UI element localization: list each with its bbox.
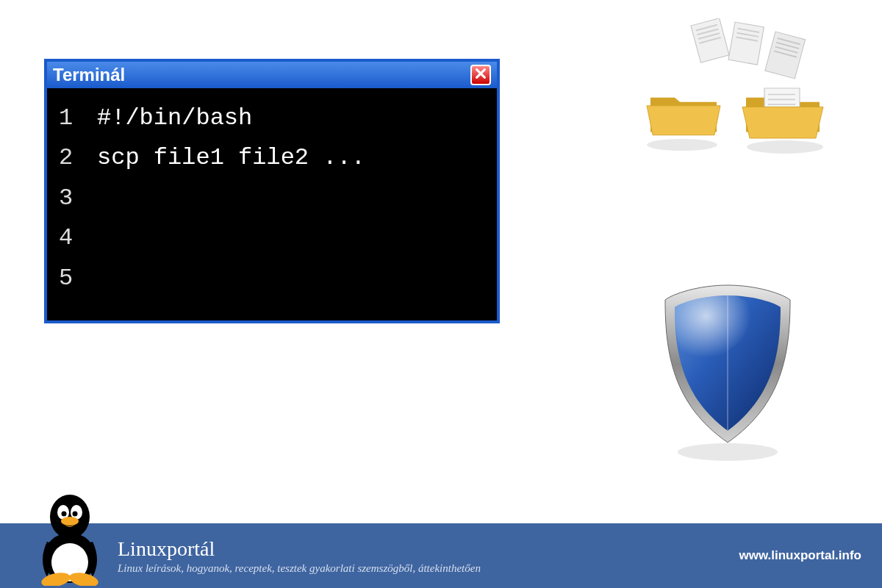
folder-transfer-icon xyxy=(639,18,831,165)
footer-bar: Linuxportál Linux leírások, hogyanok, re… xyxy=(0,523,882,588)
svg-point-27 xyxy=(62,512,67,517)
terminal-body[interactable]: 1 #!/bin/bash 2 scp file1 file2 ... 3 4 … xyxy=(47,88,497,320)
terminal-line: 5 xyxy=(59,259,485,298)
svg-point-29 xyxy=(61,517,79,526)
svg-point-14 xyxy=(647,139,717,151)
site-title: Linuxportál xyxy=(118,537,739,561)
line-content: #!/bin/bash xyxy=(97,98,252,138)
terminal-line: 4 xyxy=(59,218,485,258)
site-tagline: Linux leírások, hogyanok, receptek, tesz… xyxy=(118,562,739,575)
line-number: 1 xyxy=(59,98,87,138)
line-number: 2 xyxy=(59,138,87,178)
footer-text: Linuxportál Linux leírások, hogyanok, re… xyxy=(118,537,739,575)
line-number: 3 xyxy=(59,179,87,218)
svg-point-20 xyxy=(678,443,778,461)
tux-penguin-icon xyxy=(29,490,110,586)
terminal-line: 1 #!/bin/bash xyxy=(59,98,485,138)
svg-point-28 xyxy=(73,512,78,517)
svg-point-19 xyxy=(747,140,823,154)
svg-rect-5 xyxy=(728,22,764,65)
line-number: 5 xyxy=(59,259,87,298)
terminal-line: 3 xyxy=(59,179,485,218)
terminal-window: Terminál 1 #!/bin/bash 2 scp file1 file2… xyxy=(44,59,500,323)
svg-rect-9 xyxy=(765,32,806,79)
close-button[interactable] xyxy=(470,65,491,85)
site-url: www.linuxportal.info xyxy=(739,548,861,563)
close-icon xyxy=(474,67,487,83)
terminal-line: 2 scp file1 file2 ... xyxy=(59,138,485,178)
line-number: 4 xyxy=(59,218,87,258)
terminal-title: Terminál xyxy=(53,65,125,85)
shield-icon xyxy=(654,279,801,470)
terminal-titlebar[interactable]: Terminál xyxy=(47,62,497,88)
line-content: scp file1 file2 ... xyxy=(97,138,365,178)
